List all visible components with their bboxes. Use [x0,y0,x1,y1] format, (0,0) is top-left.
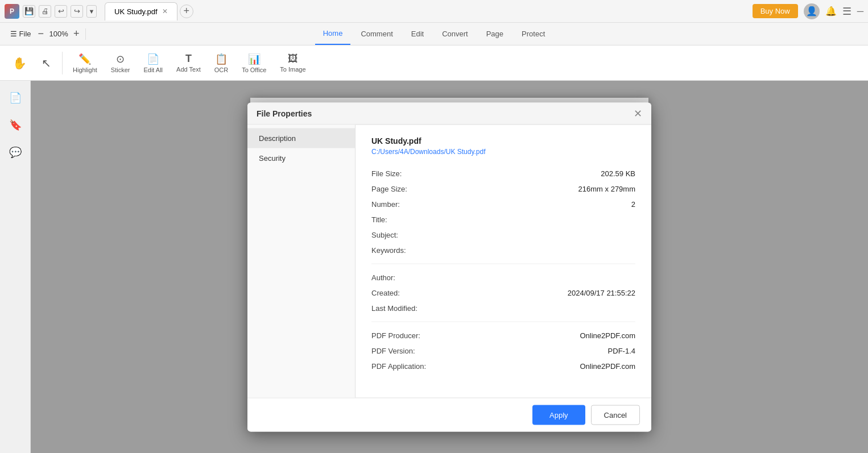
prop-row-created: Created: 2024/09/17 21:55:22 [371,288,635,297]
tab-convert[interactable]: Convert [434,23,476,45]
dialog-file-name: UK Study.pdf [371,136,635,145]
avatar[interactable]: 👤 [804,3,820,19]
zoom-value: 100% [47,30,70,38]
prop-label-number: Number: [371,200,400,208]
app-icon: P [5,4,19,19]
prop-label-created: Created: [371,288,400,297]
prop-row-subject: Subject: [371,230,635,239]
highlight-icon: ✏️ [78,53,91,65]
sidebar: 📄 🔖 💬 [0,81,31,453]
to-office-tool-button[interactable]: 📊 To Office [236,49,272,77]
tab-edit[interactable]: Edit [403,23,432,45]
ocr-tool-button[interactable]: 📋 OCR [209,49,234,77]
prop-value-file-size: 202.59 KB [601,169,635,177]
prop-value-number: 2 [631,200,635,208]
add-text-label: Add Text [176,66,201,73]
prop-row-keywords: Keywords: [371,246,635,254]
prop-value-pdf-version: PDF-1.4 [608,346,635,355]
prop-row-title: Title: [371,215,635,223]
prop-label-pdf-producer: PDF Producer: [371,331,420,339]
buy-now-button[interactable]: Buy Now [753,4,798,18]
toolbar-separator-1 [62,52,63,74]
prop-value-pdf-producer: Online2PDF.com [580,331,635,339]
sticker-tool-button[interactable]: ⊙ Sticker [105,49,136,77]
ocr-label: OCR [214,67,228,73]
prop-value-page-size: 216mm x 279mm [578,184,635,193]
prop-row-page-size: Page Size: 216mm x 279mm [371,184,635,193]
zoom-out-button[interactable]: − [38,28,44,40]
tab-close-icon[interactable]: ✕ [162,7,168,15]
minimize-icon[interactable]: ─ [857,6,863,16]
prop-label-author: Author: [371,273,395,281]
highlight-label: Highlight [73,67,97,73]
tab-filename: UK Study.pdf [114,7,158,16]
file-tab[interactable]: UK Study.pdf ✕ [105,2,177,20]
pan-icon: ✋ [13,56,27,70]
dialog-title: File Properties [257,109,312,118]
dialog-tab-security[interactable]: Security [247,148,355,168]
sidebar-thumbnail-icon[interactable]: 📄 [5,88,26,108]
file-menu-item[interactable]: ☰ File [7,28,35,39]
dialog-header: File Properties ✕ [247,102,651,124]
notification-icon[interactable]: 🔔 [825,6,837,16]
prop-value-created: 2024/09/17 21:55:22 [568,288,635,297]
prop-label-file-size: File Size: [371,169,402,177]
edit-all-icon: 📄 [147,53,159,65]
cancel-button[interactable]: Cancel [591,405,640,425]
pdf-canvas-area: Criminal record certificate. Translation… [31,81,868,453]
file-properties-dialog: File Properties ✕ Description Security U… [247,102,651,431]
prop-label-pdf-application: PDF Application: [371,361,426,370]
apply-button[interactable]: Apply [532,405,585,425]
dialog-file-path[interactable]: C:/Users/4A/Downloads/UK Study.pdf [371,147,635,155]
undo-button[interactable]: ↩ [55,5,67,18]
edit-all-tool-button[interactable]: 📄 Edit All [138,49,168,77]
highlight-tool-button[interactable]: ✏️ Highlight [67,49,103,77]
redo-button[interactable]: ↪ [71,5,83,18]
prop-label-last-modified: Last Modified: [371,304,418,312]
to-image-label: To Image [280,66,305,73]
zoom-in-button[interactable]: + [73,28,80,40]
prop-label-page-size: Page Size: [371,184,407,193]
sidebar-comment-icon[interactable]: 💬 [5,142,26,163]
tab-page[interactable]: Page [478,23,511,45]
print-button[interactable]: 🖨 [39,5,51,18]
prop-row-last-modified: Last Modified: [371,304,635,312]
pan-tool-button[interactable]: ✋ [7,53,32,73]
prop-label-title: Title: [371,215,387,223]
to-image-tool-button[interactable]: 🖼 To Image [274,49,311,76]
new-tab-button[interactable]: + [180,5,193,18]
save-button[interactable]: 💾 [23,5,35,18]
add-text-tool-button[interactable]: T Add Text [171,49,206,76]
sidebar-bookmark-icon[interactable]: 🔖 [5,115,26,135]
menu-icon[interactable]: ☰ [842,5,852,18]
tab-area: UK Study.pdf ✕ + [105,2,193,20]
edit-all-label: Edit All [143,67,163,73]
prop-row-pdf-producer: PDF Producer: Online2PDF.com [371,331,635,339]
to-office-label: To Office [242,67,266,73]
prop-label-subject: Subject: [371,230,398,239]
dropdown-button[interactable]: ▼ [86,5,97,18]
dialog-sidebar: Description Security [247,124,356,397]
tab-protect[interactable]: Protect [514,23,553,45]
add-text-icon: T [185,53,192,65]
to-office-icon: 📊 [248,53,261,65]
dialog-close-button[interactable]: ✕ [634,108,642,118]
to-image-icon: 🖼 [288,53,298,65]
ocr-icon: 📋 [215,53,228,65]
sticker-icon: ⊙ [116,53,125,65]
tab-home[interactable]: Home [315,23,351,45]
tab-comment[interactable]: Comment [353,23,400,45]
select-icon: ↖ [42,56,51,70]
prop-label-keywords: Keywords: [371,246,406,254]
dialog-content: UK Study.pdf C:/Users/4A/Downloads/UK St… [356,124,651,397]
prop-row-author: Author: [371,273,635,281]
dialog-tab-description[interactable]: Description [247,128,355,148]
prop-row-number: Number: 2 [371,200,635,208]
dialog-footer: Apply Cancel [247,397,651,431]
sticker-label: Sticker [111,67,130,73]
prop-row-pdf-version: PDF Version: PDF-1.4 [371,346,635,355]
prop-row-file-size: File Size: 202.59 KB [371,169,635,177]
prop-row-pdf-application: PDF Application: Online2PDF.com [371,361,635,370]
select-tool-button[interactable]: ↖ [35,53,57,73]
divider [85,28,86,40]
